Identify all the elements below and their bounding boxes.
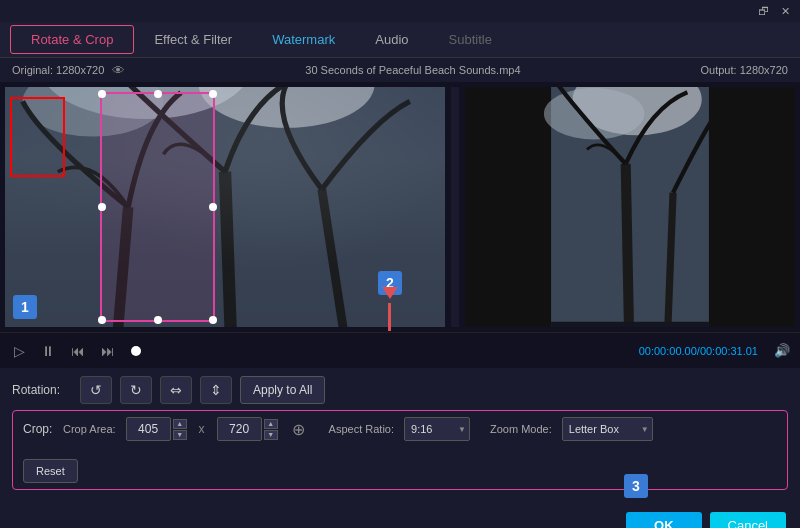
- rotation-label: Rotation:: [12, 383, 72, 397]
- svg-rect-14: [551, 322, 709, 327]
- arrow-2-line: [388, 303, 391, 331]
- crop-handle-top[interactable]: [154, 90, 162, 98]
- info-bar: Original: 1280x720 👁 30 Seconds of Peace…: [0, 58, 800, 82]
- volume-icon[interactable]: 🔊: [774, 343, 790, 358]
- action-bar: 3 OK Cancel: [0, 502, 800, 528]
- minimize-button[interactable]: 🗗: [756, 4, 770, 18]
- ok-button[interactable]: OK: [626, 512, 702, 528]
- crop-handle-right[interactable]: [209, 203, 217, 211]
- controls-section: Rotation: ↺ ↻ ⇔ ⇕ Apply to All Crop: Cro…: [0, 368, 800, 498]
- play-button[interactable]: ▷: [10, 341, 29, 361]
- height-spinners: ▲ ▼: [264, 419, 278, 440]
- arrow-2-head: [382, 287, 398, 299]
- width-down-button[interactable]: ▼: [173, 430, 187, 440]
- right-video-panel: [465, 87, 795, 327]
- crop-handle-bl[interactable]: [98, 316, 106, 324]
- red-selection-rect: [10, 97, 65, 177]
- next-frame-button[interactable]: ⏭: [97, 341, 119, 361]
- eye-icon[interactable]: 👁: [112, 63, 125, 78]
- rotation-row: Rotation: ↺ ↻ ⇔ ⇕ Apply to All: [12, 376, 788, 404]
- timeline-current-time: 00:00:00.00/00:00:31.01: [639, 345, 758, 357]
- output-resolution: Output: 1280x720: [701, 64, 788, 76]
- pause-button[interactable]: ⏸: [37, 341, 59, 361]
- close-button[interactable]: ✕: [778, 4, 792, 18]
- width-spinners: ▲ ▼: [173, 419, 187, 440]
- crop-width-input[interactable]: [126, 417, 171, 441]
- aspect-ratio-select[interactable]: 9:16 16:9 4:3 1:1 Custom: [404, 417, 470, 441]
- title-bar: 🗗 ✕: [0, 0, 800, 22]
- zoom-mode-label: Zoom Mode:: [490, 423, 552, 435]
- height-up-button[interactable]: ▲: [264, 419, 278, 429]
- tab-watermark[interactable]: Watermark: [252, 26, 355, 53]
- tab-audio[interactable]: Audio: [355, 26, 428, 53]
- crop-handle-tr[interactable]: [209, 90, 217, 98]
- height-input-group: ▲ ▼: [217, 417, 278, 441]
- zoom-mode-select[interactable]: Letter Box Pan & Scan Full: [562, 417, 653, 441]
- crop-label: Crop:: [23, 422, 53, 436]
- width-input-group: ▲ ▼: [126, 417, 187, 441]
- filename: 30 Seconds of Peaceful Beach Sounds.mp4: [305, 64, 520, 76]
- prev-frame-button[interactable]: ⏮: [67, 341, 89, 361]
- reset-button[interactable]: Reset: [23, 459, 78, 483]
- crop-height-input[interactable]: [217, 417, 262, 441]
- tab-rotate-crop[interactable]: Rotate & Crop: [10, 25, 134, 54]
- reset-row: Reset: [23, 453, 777, 483]
- tab-subtitle[interactable]: Subtitle: [429, 26, 512, 53]
- aspect-ratio-label: Aspect Ratio:: [329, 423, 394, 435]
- dimension-separator: x: [199, 422, 205, 436]
- crop-area-label: Crop Area:: [63, 423, 116, 435]
- timeline-bar: ▷ ⏸ ⏮ ⏭ 2 00:00:00.00/00:00:31.01 🔊: [0, 332, 800, 368]
- badge-3: 3: [624, 474, 648, 498]
- height-down-button[interactable]: ▼: [264, 430, 278, 440]
- crop-selection-box[interactable]: [100, 92, 215, 322]
- rotate-left-button[interactable]: ↺: [80, 376, 112, 404]
- tab-bar: Rotate & Crop Effect & Filter Watermark …: [0, 22, 800, 58]
- crop-row: Crop: Crop Area: ▲ ▼ x ▲ ▼ ⊕ Aspect Rati…: [12, 410, 788, 490]
- aspect-ratio-wrapper: 9:16 16:9 4:3 1:1 Custom: [404, 417, 470, 441]
- crop-handle-tl[interactable]: [98, 90, 106, 98]
- main-content: 1: [0, 82, 800, 332]
- timeline-playhead[interactable]: [131, 346, 141, 356]
- apply-to-all-button[interactable]: Apply to All: [240, 376, 325, 404]
- tab-effect-filter[interactable]: Effect & Filter: [134, 26, 252, 53]
- original-resolution: Original: 1280x720: [12, 64, 104, 76]
- crop-handle-bottom[interactable]: [154, 316, 162, 324]
- flip-vertical-button[interactable]: ⇕: [200, 376, 232, 404]
- flip-horizontal-button[interactable]: ⇔: [160, 376, 192, 404]
- svg-line-12: [626, 164, 630, 327]
- badge-1: 1: [13, 295, 37, 319]
- crop-handle-br[interactable]: [209, 316, 217, 324]
- rotate-right-button[interactable]: ↻: [120, 376, 152, 404]
- panel-separator: [451, 87, 459, 327]
- crosshair-icon: ⊕: [292, 420, 305, 439]
- zoom-mode-wrapper: Letter Box Pan & Scan Full: [562, 417, 653, 441]
- crop-handle-left[interactable]: [98, 203, 106, 211]
- width-up-button[interactable]: ▲: [173, 419, 187, 429]
- cancel-button[interactable]: Cancel: [710, 512, 786, 528]
